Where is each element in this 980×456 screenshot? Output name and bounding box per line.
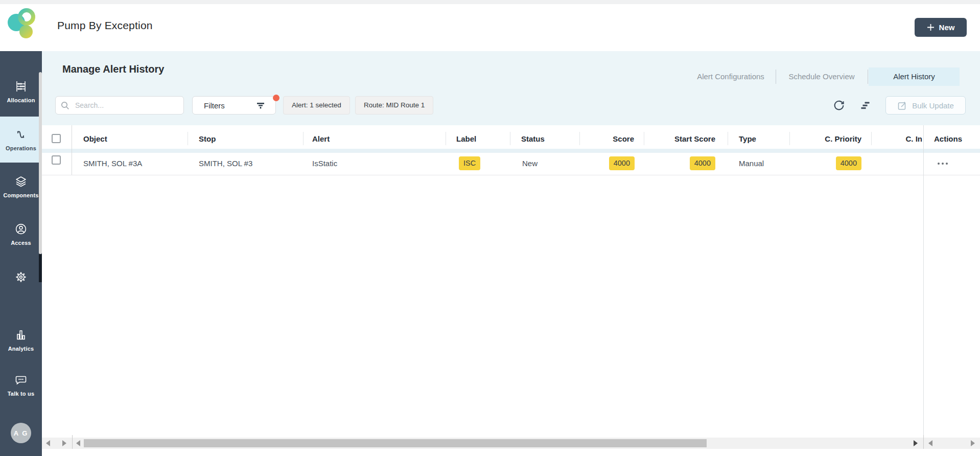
column-divider xyxy=(188,132,188,145)
select-all-checkbox[interactable] xyxy=(52,134,61,143)
column-header-label[interactable]: Label xyxy=(456,133,476,145)
row-divider xyxy=(42,175,980,175)
filters-active-dot xyxy=(273,95,279,101)
scroll-left-arrow[interactable] xyxy=(46,440,50,446)
search-input[interactable] xyxy=(74,101,178,110)
column-header-alert[interactable]: Alert xyxy=(312,133,330,145)
column-divider xyxy=(789,132,790,145)
column-divider xyxy=(644,132,644,145)
sidebar-item-analytics[interactable]: Analytics xyxy=(0,325,42,360)
column-header-object[interactable]: Object xyxy=(83,133,107,145)
person-circle-icon xyxy=(15,223,27,235)
filters-button-label: Filters xyxy=(204,101,225,110)
column-header-status[interactable]: Status xyxy=(521,133,545,145)
gear-icon xyxy=(15,271,27,283)
sidebar-item-label: Operations xyxy=(0,145,42,151)
cell-object[interactable]: SMITH, SOL #3A xyxy=(83,157,142,170)
row-actions-menu[interactable] xyxy=(938,163,948,165)
search-box xyxy=(55,96,184,115)
tab-alert-configurations[interactable]: Alert Configurations xyxy=(692,67,769,86)
sidebar-item-label: Components xyxy=(0,192,42,198)
column-header-c-priority[interactable]: C. Priority xyxy=(810,133,861,145)
actions-column-divider xyxy=(923,125,924,438)
sidebar-item-components[interactable]: Components xyxy=(0,163,42,209)
column-divider xyxy=(871,132,872,145)
edit-pencil-icon xyxy=(897,101,907,110)
app-window: Pump By Exception New Allocation Op xyxy=(0,0,980,456)
filter-funnel-icon xyxy=(256,101,265,110)
label-badge[interactable]: ISC xyxy=(459,156,480,170)
column-divider xyxy=(728,132,728,145)
column-header-type[interactable]: Type xyxy=(739,133,756,145)
bulk-update-button[interactable]: Bulk Update xyxy=(885,96,966,115)
horizontal-scrollbar-thumb[interactable] xyxy=(84,439,707,447)
content-footer-space xyxy=(42,449,980,456)
sidebar-item-label: Talk to us xyxy=(0,391,42,397)
column-divider xyxy=(510,132,510,145)
scroll-left-arrow[interactable] xyxy=(928,440,932,446)
abacus-icon xyxy=(15,80,27,93)
table-header-gap xyxy=(42,149,980,153)
app-logo[interactable] xyxy=(7,7,37,42)
row-checkbox[interactable] xyxy=(52,155,61,165)
bulk-update-label: Bulk Update xyxy=(912,101,954,110)
plus-icon xyxy=(927,24,935,31)
user-avatar[interactable]: A G xyxy=(11,423,31,443)
start-score-badge[interactable]: 4000 xyxy=(690,156,715,170)
section-heading: Manage Alert History xyxy=(62,63,164,75)
tab-divider xyxy=(868,70,868,84)
column-header-score[interactable]: Score xyxy=(583,133,634,145)
filters-button[interactable]: Filters xyxy=(192,96,276,115)
sidebar-item-settings[interactable] xyxy=(0,267,42,287)
scroll-right-arrow[interactable] xyxy=(971,440,975,446)
operations-route-icon xyxy=(15,128,27,141)
alert-history-table xyxy=(42,125,980,438)
sidebar-item-allocation[interactable]: Allocation xyxy=(0,72,42,117)
checkbox-column-divider xyxy=(72,125,72,175)
column-header-stop[interactable]: Stop xyxy=(199,133,216,145)
scroll-left-arrow[interactable] xyxy=(76,440,80,446)
c-priority-badge[interactable]: 4000 xyxy=(836,156,861,170)
tab-alert-history[interactable]: Alert History xyxy=(869,67,960,86)
column-divider xyxy=(579,132,580,145)
sidebar-item-operations[interactable]: Operations xyxy=(0,117,42,163)
scroll-right-arrow[interactable] xyxy=(914,440,918,446)
filter-chip-alert[interactable]: Alert: 1 selected xyxy=(283,96,350,115)
sidebar-item-label: Allocation xyxy=(0,97,42,103)
tab-divider xyxy=(776,70,776,84)
sidebar-item-talk-to-us[interactable]: Talk to us xyxy=(0,371,42,406)
column-divider xyxy=(446,132,446,145)
chat-bubble-icon xyxy=(15,374,27,386)
refresh-button[interactable] xyxy=(833,99,845,111)
column-density-icon[interactable] xyxy=(859,99,872,111)
sidebar-item-label: Access xyxy=(0,240,42,246)
tab-schedule-overview[interactable]: Schedule Overview xyxy=(782,67,861,86)
column-header-start-score[interactable]: Start Score xyxy=(659,133,715,145)
column-header-actions[interactable]: Actions xyxy=(934,133,962,145)
cell-alert[interactable]: IsStatic xyxy=(312,157,337,170)
cell-stop[interactable]: SMITH, SOL #3 xyxy=(199,157,252,170)
cell-status[interactable]: New xyxy=(522,157,538,170)
sidebar-item-access[interactable]: Access xyxy=(0,209,42,250)
column-header-c-in[interactable]: C. In xyxy=(881,133,922,145)
layers-icon xyxy=(15,175,27,188)
score-badge[interactable]: 4000 xyxy=(609,156,635,170)
cell-type[interactable]: Manual xyxy=(739,157,764,170)
filter-chip-route[interactable]: Route: MID Route 1 xyxy=(355,96,433,115)
new-button-label: New xyxy=(939,23,955,32)
sidebar-item-label: Analytics xyxy=(0,346,42,352)
new-button[interactable]: New xyxy=(915,18,967,37)
window-top-edge xyxy=(0,0,980,4)
column-divider xyxy=(303,132,304,145)
scroll-right-arrow[interactable] xyxy=(62,440,66,446)
bar-chart-icon xyxy=(15,329,27,341)
page-title: Pump By Exception xyxy=(57,19,153,32)
search-icon xyxy=(61,101,69,110)
